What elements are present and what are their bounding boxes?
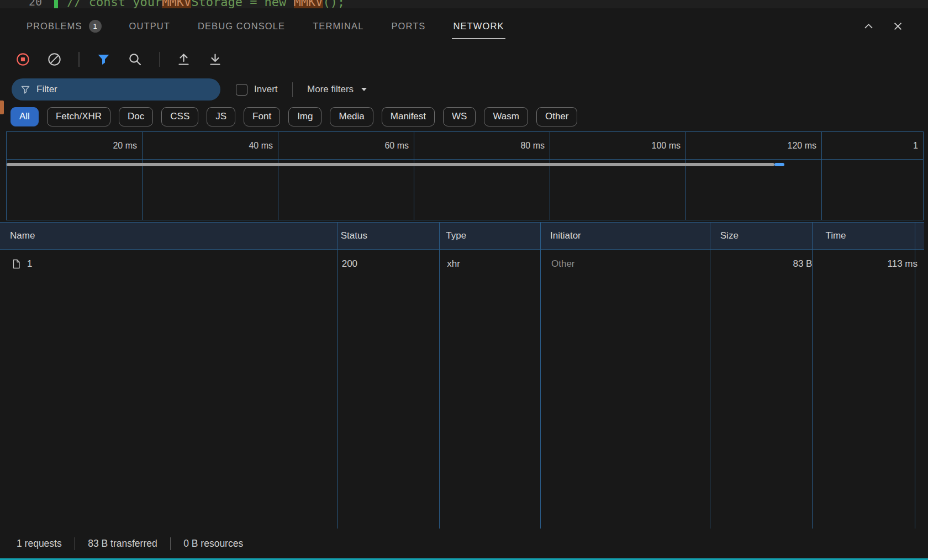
timeline-column: 80 ms bbox=[414, 132, 550, 220]
record-stop-button[interactable] bbox=[15, 52, 30, 67]
initiator-value: Other bbox=[551, 258, 575, 270]
chip-other[interactable]: Other bbox=[536, 107, 578, 126]
tab-label: PROBLEMS bbox=[27, 21, 82, 31]
filter-divider bbox=[292, 82, 293, 97]
tick-label: 100 ms bbox=[550, 132, 686, 159]
chip-media[interactable]: Media bbox=[330, 107, 373, 126]
tick-label: 80 ms bbox=[414, 132, 550, 159]
search-network-button[interactable] bbox=[128, 52, 143, 67]
timeline-column: 20 ms bbox=[7, 132, 143, 220]
chip-doc[interactable]: Doc bbox=[119, 107, 153, 126]
collapse-panel-button[interactable] bbox=[863, 20, 874, 32]
chip-css[interactable]: CSS bbox=[161, 107, 198, 126]
chip-font[interactable]: Font bbox=[244, 107, 280, 126]
column-header-type[interactable]: Type bbox=[439, 223, 543, 249]
tab-debug-console[interactable]: DEBUG CONSOLE bbox=[198, 8, 285, 44]
table-header-row: Name Status Type Initiator Size Time bbox=[0, 222, 924, 250]
tab-label: NETWORK bbox=[453, 21, 504, 31]
chevron-up-icon bbox=[863, 20, 874, 32]
line-number: 20 bbox=[15, 0, 42, 8]
column-header-time[interactable]: Time bbox=[818, 223, 924, 249]
git-gutter-indicator bbox=[54, 0, 58, 8]
problems-count-badge: 1 bbox=[89, 20, 102, 33]
chip-js[interactable]: JS bbox=[207, 107, 235, 126]
network-status-bar: 1 requests 83 B transferred 0 B resource… bbox=[0, 529, 928, 558]
clear-network-log-button[interactable] bbox=[47, 52, 62, 67]
column-header-name[interactable]: Name bbox=[0, 223, 334, 249]
timeline-header-divider bbox=[7, 159, 924, 160]
tab-label: PORTS bbox=[391, 21, 425, 31]
filter-row: Filter Invert More filters bbox=[0, 74, 928, 105]
toolbar-divider bbox=[78, 52, 80, 67]
filter-placeholder: Filter bbox=[36, 84, 57, 95]
transferred-size: 83 B transferred bbox=[88, 538, 157, 550]
timeline-grid: 20 ms 40 ms 60 ms 80 ms 100 ms 120 ms 1 bbox=[7, 132, 924, 220]
record-stop-icon bbox=[15, 52, 30, 67]
import-har-button[interactable] bbox=[176, 52, 191, 67]
chip-manifest[interactable]: Manifest bbox=[382, 107, 435, 126]
chevron-down-icon bbox=[361, 87, 367, 92]
comment-text: Storage = new bbox=[191, 0, 293, 8]
timeline-column: 40 ms bbox=[143, 132, 278, 220]
column-divider bbox=[439, 222, 440, 529]
column-divider bbox=[710, 222, 710, 529]
chip-fetch-xhr[interactable]: Fetch/XHR bbox=[47, 107, 110, 126]
type-cell: xhr bbox=[440, 258, 544, 270]
invert-label[interactable]: Invert bbox=[254, 84, 278, 95]
requests-table: Name Status Type Initiator Size Time 1 2… bbox=[0, 222, 924, 529]
filter-icon bbox=[96, 52, 111, 67]
editor-strip: 20 // const yourMMKVStorage = new MMKV()… bbox=[0, 0, 928, 8]
initiator-cell: Other bbox=[544, 258, 714, 270]
panel-tab-bar: PROBLEMS 1 OUTPUT DEBUG CONSOLE TERMINAL… bbox=[0, 8, 928, 44]
search-icon bbox=[128, 52, 143, 67]
tab-network[interactable]: NETWORK bbox=[453, 8, 504, 44]
table-right-border bbox=[915, 222, 915, 529]
tab-terminal[interactable]: TERMINAL bbox=[313, 8, 363, 44]
funnel-icon bbox=[20, 84, 30, 94]
chip-ws[interactable]: WS bbox=[443, 107, 476, 126]
panel-actions bbox=[863, 8, 904, 44]
column-divider bbox=[540, 222, 541, 529]
column-divider bbox=[812, 222, 813, 529]
filter-input[interactable]: Filter bbox=[12, 78, 220, 101]
column-header-size[interactable]: Size bbox=[713, 223, 819, 249]
tab-label: DEBUG CONSOLE bbox=[198, 21, 285, 31]
column-divider bbox=[337, 222, 338, 529]
timeline-column: 60 ms bbox=[278, 132, 414, 220]
overview-bar bbox=[7, 163, 774, 166]
tick-label: 60 ms bbox=[278, 132, 414, 159]
tick-label: 1 bbox=[822, 132, 923, 159]
invert-checkbox[interactable] bbox=[236, 84, 247, 96]
filter-toggle-button[interactable] bbox=[96, 52, 111, 67]
timeline-column: 100 ms bbox=[550, 132, 686, 220]
column-header-status[interactable]: Status bbox=[334, 223, 439, 249]
tab-ports[interactable]: PORTS bbox=[391, 8, 425, 44]
chip-wasm[interactable]: Wasm bbox=[484, 107, 528, 126]
search-match-highlight: MMKV bbox=[294, 0, 323, 8]
chip-all[interactable]: All bbox=[10, 107, 39, 126]
name-cell: 1 bbox=[0, 258, 335, 270]
tab-problems[interactable]: PROBLEMS 1 bbox=[27, 8, 102, 44]
more-filters-dropdown[interactable]: More filters bbox=[307, 84, 367, 95]
column-header-initiator[interactable]: Initiator bbox=[543, 223, 713, 249]
status-divider bbox=[170, 537, 171, 550]
search-match-highlight: MMKV bbox=[162, 0, 191, 8]
tab-output[interactable]: OUTPUT bbox=[129, 8, 170, 44]
overview-bar-highlight bbox=[774, 163, 784, 166]
timeline-overview: 20 ms 40 ms 60 ms 80 ms 100 ms 120 ms 1 bbox=[6, 131, 924, 220]
requests-count: 1 requests bbox=[17, 538, 62, 550]
export-har-button[interactable] bbox=[208, 52, 223, 67]
tab-label: OUTPUT bbox=[129, 21, 170, 31]
close-panel-button[interactable] bbox=[892, 20, 904, 32]
timeline-column: 120 ms bbox=[686, 132, 822, 220]
resources-size: 0 B resources bbox=[183, 538, 243, 550]
table-row[interactable]: 1 200 xhr Other 83 B 113 ms bbox=[0, 250, 924, 278]
status-divider bbox=[75, 537, 76, 550]
timeline-column: 1 bbox=[822, 132, 924, 220]
tick-label: 120 ms bbox=[686, 132, 821, 159]
download-icon bbox=[208, 52, 223, 67]
circle-slash-icon bbox=[47, 52, 62, 67]
network-toolbar bbox=[0, 44, 928, 74]
comment-text: // const your bbox=[67, 0, 162, 8]
chip-img[interactable]: Img bbox=[288, 107, 321, 126]
